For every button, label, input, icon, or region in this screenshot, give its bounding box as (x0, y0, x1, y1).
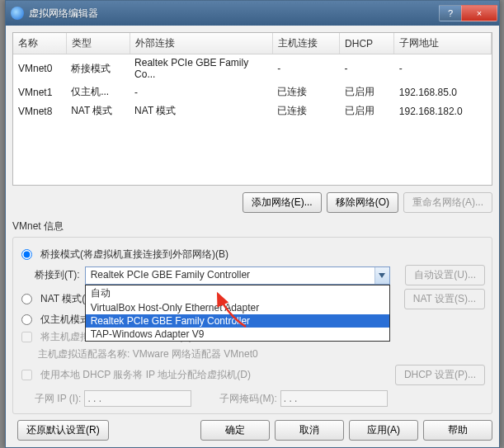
col-dhcp[interactable]: DHCP (340, 33, 394, 54)
vmnet-info-title: VMnet 信息 (12, 219, 492, 233)
bridge-adapter-selected: Realtek PCIe GBE Family Controller (86, 267, 374, 284)
vmnet-info-group: 桥接模式(将虚拟机直接连接到外部网络)(B) 桥接到(T): Realtek P… (12, 237, 492, 414)
rename-network-button: 重命名网络(A)... (403, 192, 492, 213)
subnet-ip-label: 子网 IP (I): (35, 392, 81, 406)
bridge-to-label: 桥接到(T): (35, 268, 80, 282)
col-type[interactable]: 类型 (66, 33, 130, 54)
bridge-mode-label: 桥接模式(将虚拟机直接连接到外部网络)(B) (40, 248, 228, 262)
bridge-adapter-dropdown[interactable]: 自动VirtualBox Host-Only Ethernet AdapterR… (85, 285, 390, 342)
table-row[interactable]: VMnet1仅主机...-已连接已启用192.168.85.0 (13, 83, 492, 101)
dropdown-option[interactable]: 自动 (86, 285, 389, 301)
close-button[interactable]: × (461, 5, 497, 21)
app-icon (11, 7, 24, 20)
dropdown-option[interactable]: TAP-Windows Adapter V9 (86, 328, 389, 341)
add-network-button[interactable]: 添加网络(E)... (243, 192, 322, 213)
nat-settings-button: NAT 设置(S)... (404, 289, 485, 309)
ok-button[interactable]: 确定 (200, 420, 270, 441)
host-connect-checkbox (21, 332, 32, 342)
subnet-ip-field (84, 390, 191, 407)
hostonly-mode-label: 仅主机模式 (40, 313, 90, 327)
table-row[interactable]: VMnet8NAT 模式NAT 模式已连接已启用192.168.182.0 (13, 101, 492, 120)
col-name[interactable]: 名称 (13, 33, 66, 54)
auto-settings-button: 自动设置(U)... (405, 265, 485, 285)
subnet-mask-field (280, 390, 388, 407)
hostonly-mode-radio[interactable] (21, 314, 32, 325)
dropdown-option[interactable]: VirtualBox Host-Only Ethernet Adapter (86, 301, 389, 314)
dhcp-label: 使用本地 DHCP 服务将 IP 地址分配给虚拟机(D) (40, 368, 251, 382)
apply-button[interactable]: 应用(A) (349, 420, 418, 441)
network-table[interactable]: 名称类型外部连接主机连接DHCP子网地址 VMnet0桥接模式Realtek P… (12, 32, 492, 186)
dropdown-option[interactable]: Realtek PCIe GBE Family Controller (86, 314, 389, 328)
dhcp-checkbox (21, 370, 32, 380)
remove-network-button[interactable]: 移除网络(O) (327, 192, 398, 213)
bridge-adapter-combo[interactable]: Realtek PCIe GBE Family Controller 自动Vir… (85, 266, 390, 285)
cancel-button[interactable]: 取消 (275, 420, 344, 441)
host-adapter-name: 主机虚拟适配器名称: VMware 网络适配器 VMnet0 (38, 347, 485, 361)
table-row[interactable]: VMnet0桥接模式Realtek PCIe GBE Family Co...-… (13, 54, 492, 83)
dhcp-settings-button: DHCP 设置(P)... (395, 365, 485, 385)
bridge-mode-radio[interactable] (21, 249, 32, 260)
restore-defaults-button[interactable]: 还原默认设置(R) (17, 420, 109, 441)
nat-mode-radio[interactable] (21, 294, 32, 304)
col-ext[interactable]: 外部连接 (130, 33, 272, 54)
help-button[interactable]: 帮助 (423, 420, 492, 441)
col-subnet[interactable]: 子网地址 (394, 33, 492, 54)
help-title-button[interactable]: ? (439, 5, 462, 21)
col-host[interactable]: 主机连接 (272, 33, 339, 54)
subnet-mask-label: 子网掩码(M): (219, 392, 276, 406)
dropdown-arrow-icon[interactable] (374, 267, 389, 284)
window-title: 虚拟网络编辑器 (29, 7, 440, 21)
